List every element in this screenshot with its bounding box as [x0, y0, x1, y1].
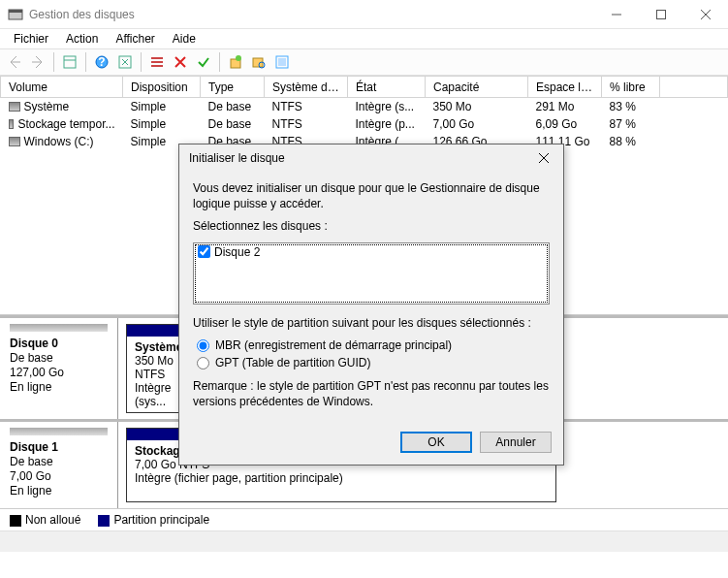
cancel-button[interactable]: Annuler: [480, 432, 552, 453]
status-bar: [0, 530, 728, 552]
col-layout[interactable]: Disposition: [123, 77, 201, 98]
col-status[interactable]: État: [348, 77, 426, 98]
disk-2-checkbox[interactable]: [198, 245, 210, 258]
svg-text:?: ?: [98, 55, 105, 69]
initialize-disk-dialog: Initialiser le disque Vous devez initial…: [178, 144, 564, 466]
settings-button[interactable]: [271, 51, 293, 73]
radio-mbr[interactable]: MBR (enregistrement de démarrage princip…: [197, 338, 550, 352]
dialog-titlebar[interactable]: Initialiser le disque: [179, 144, 563, 172]
dialog-title: Initialiser le disque: [189, 151, 530, 165]
col-fs[interactable]: Système de ...: [265, 77, 348, 98]
col-capacity[interactable]: Capacité: [426, 77, 528, 98]
new-button[interactable]: [225, 51, 246, 73]
partition-style-label: Utiliser le style de partition suivant p…: [193, 316, 550, 332]
svg-rect-3: [657, 10, 666, 18]
disk0-size: 127,00 Go: [10, 366, 108, 379]
volume-icon: [9, 137, 20, 146]
menubar: Fichier Action Afficher Aide: [0, 29, 728, 48]
disk1-type: De base: [10, 455, 108, 468]
svg-point-15: [236, 55, 241, 61]
check-button[interactable]: [193, 51, 214, 73]
toolbar: ?: [0, 48, 728, 76]
refresh-button[interactable]: [114, 51, 136, 73]
app-icon: [8, 7, 23, 22]
search-button[interactable]: [248, 51, 269, 73]
col-free[interactable]: Espace libre: [528, 77, 602, 98]
table-row[interactable]: SystèmeSimpleDe baseNTFSIntègre (s...350…: [1, 98, 728, 116]
help-button[interactable]: ?: [91, 51, 112, 73]
radio-gpt[interactable]: GPT (Table de partition GUID): [197, 356, 550, 369]
volume-icon: [9, 119, 15, 129]
delete-button[interactable]: [170, 51, 191, 73]
close-button[interactable]: [683, 0, 728, 29]
disk-selection-list[interactable]: Disque 2: [193, 242, 550, 305]
menu-action[interactable]: Action: [58, 30, 106, 48]
dialog-select-label: Sélectionnez les disques :: [193, 219, 550, 235]
disk1-size: 7,00 Go: [10, 469, 108, 483]
legend-unallocated-swatch: [10, 515, 21, 527]
maximize-button[interactable]: [639, 0, 683, 29]
svg-rect-12: [151, 61, 163, 63]
mbr-radio[interactable]: [197, 339, 209, 352]
disk-item-2[interactable]: Disque 2: [198, 245, 545, 259]
svg-rect-19: [278, 58, 286, 66]
gpt-radio[interactable]: [197, 357, 209, 369]
dialog-message: Vous devez initialiser un disque pour qu…: [193, 181, 550, 211]
svg-rect-11: [151, 57, 163, 59]
forward-button[interactable]: [27, 51, 48, 73]
back-button[interactable]: [4, 51, 25, 73]
col-type[interactable]: Type: [201, 77, 265, 98]
disk1-state: En ligne: [10, 484, 108, 498]
menu-file[interactable]: Fichier: [6, 30, 56, 48]
svg-rect-1: [9, 10, 22, 13]
titlebar: Gestion des disques: [0, 0, 728, 29]
svg-rect-6: [64, 56, 76, 68]
window-title: Gestion des disques: [29, 8, 594, 21]
legend: Non alloué Partition principale: [0, 508, 728, 530]
volume-icon: [9, 102, 20, 112]
disk1-name: Disque 1: [10, 440, 108, 454]
ok-button[interactable]: OK: [400, 432, 472, 453]
disk0-state: En ligne: [10, 380, 108, 394]
dialog-close-button[interactable]: [530, 147, 557, 169]
menu-view[interactable]: Afficher: [108, 30, 162, 48]
properties-button[interactable]: [59, 51, 80, 73]
col-volume[interactable]: Volume: [1, 77, 123, 98]
dialog-note: Remarque : le style de partition GPT n'e…: [193, 379, 550, 409]
disk0-name: Disque 0: [10, 337, 108, 350]
col-pct[interactable]: % libre: [602, 77, 660, 98]
disk0-type: De base: [10, 351, 108, 365]
list-button[interactable]: [146, 51, 168, 73]
menu-help[interactable]: Aide: [165, 30, 204, 48]
minimize-button[interactable]: [594, 0, 639, 29]
legend-primary-swatch: [98, 515, 110, 527]
table-row[interactable]: Stockage tempor...SimpleDe baseNTFSIntèg…: [1, 115, 728, 133]
svg-rect-13: [151, 65, 163, 67]
